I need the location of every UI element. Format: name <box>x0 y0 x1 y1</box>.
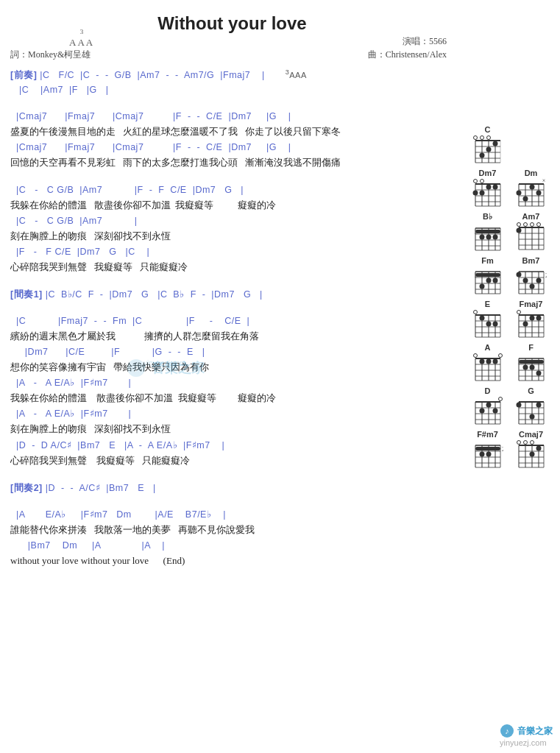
svg-rect-57 <box>475 230 500 233</box>
page: 3 AAA Without your love 演唱：5566 詞：Monkey… <box>0 0 560 753</box>
chord-svg-G <box>516 396 547 425</box>
chord-diagrams-panel: C <box>467 125 556 470</box>
chord-svg-Fm: 1 <box>472 266 503 295</box>
prelude-chord-line-1: [前奏] |C F/C |C - - G/B |Am7 - - Am7/G |F… <box>10 67 454 82</box>
svg-point-205 <box>486 452 491 457</box>
chord-diagram-Fm: Fm 1 <box>467 256 508 295</box>
svg-point-74 <box>530 223 534 227</box>
svg-point-177 <box>492 409 497 414</box>
v2-lyric4: 刻在胸膛上的吻痕 深刻卻找不到永恆 <box>10 421 454 437</box>
svg-point-217 <box>523 441 527 445</box>
svg-point-43 <box>529 185 534 190</box>
prelude-section: [前奏] |C F/C |C - - G/B |Am7 - - Am7/G |F… <box>10 67 454 97</box>
chord-svg-D <box>472 396 503 425</box>
svg-text:1: 1 <box>517 359 520 366</box>
svg-point-29 <box>492 185 497 190</box>
verse2: |C |Fmaj7 - - Fm |C |F - C/E | 繽紛的週末黑色才屬… <box>10 314 454 468</box>
chord-diagram-Fmaj7: Fmaj7 <box>511 300 551 339</box>
svg-point-220 <box>529 452 534 457</box>
chord-svg-Fmaj7 <box>516 309 547 339</box>
svg-point-161 <box>522 365 528 370</box>
chord-diagram-E: E <box>467 300 508 339</box>
chord-diagram-F: F 1 <box>511 343 551 382</box>
v1-lyric1: 盛夏的午後漫無目地的走 火紅的星球怎麼溫暖不了我 你走了以後只留下寒冬 <box>10 124 454 140</box>
svg-point-44 <box>536 191 541 196</box>
svg-text:1: 1 <box>474 272 477 279</box>
chord-svg-C <box>472 135 503 164</box>
verse1: |Cmaj7 |Fmaj7 |Cmaj7 |F - - C/E |Dm7 |G … <box>10 109 454 171</box>
v2-lyric5: 心碎陪我哭到無聲 我癡癡等 只能癡癡冷 <box>10 453 454 469</box>
svg-point-15 <box>479 153 484 158</box>
interlude1: [間奏1] |C B♭/C F - |Dm7 G |C B♭ F - |Dm7 … <box>10 287 454 302</box>
footer-music-icon: ♪ <box>500 724 514 738</box>
svg-point-58 <box>479 235 484 240</box>
svg-point-14 <box>486 147 491 152</box>
song-title: Without your love <box>157 13 306 33</box>
v1-chord2: |Cmaj7 |Fmaj7 |Cmaj7 |F - - C/E |Dm7 |G … <box>10 140 454 155</box>
svg-point-103 <box>516 272 521 277</box>
v2-chord3: |A - A E/A♭ |F♯m7 | <box>10 375 454 390</box>
svg-point-75 <box>536 223 540 227</box>
v2-chord1: |C |Fmaj7 - - Fm |C |F - C/E | <box>10 314 454 328</box>
svg-point-149 <box>492 359 497 364</box>
credits-line: 詞：Monkey&柯呈雄 曲：Christensen/Alex <box>10 49 454 61</box>
svg-point-134 <box>522 322 528 327</box>
pc-lyric3: 心碎陪我哭到無聲 我癡癡等 只能癡癡冷 <box>10 259 454 275</box>
svg-point-131 <box>517 311 520 314</box>
pc-lyric1: 我躲在你給的體溫 散盡後你卻不加溫 我癡癡等 癡癡的冷 <box>10 197 454 213</box>
bridge-chord1: |A E/A♭ |F♯m7 Dm |A/E B7/E♭ | <box>10 507 454 522</box>
svg-point-26 <box>473 180 477 183</box>
svg-point-216 <box>517 441 520 445</box>
svg-point-31 <box>479 191 484 196</box>
chord-svg-Am7 <box>516 222 547 251</box>
v1-lyric2: 回憶的天空再看不見彩虹 雨下的太多怎麼打進我心頭 漸漸淹沒我逃不開傷痛 <box>10 155 454 171</box>
chord-svg-Bm7: 2 <box>516 266 547 295</box>
chord-svg-Dm: × <box>516 178 547 208</box>
svg-text:2: 2 <box>502 446 503 453</box>
svg-point-88 <box>486 278 491 283</box>
v1-chord1: |Cmaj7 |Fmaj7 |Cmaj7 |F - - C/E |Dm7 |G … <box>10 109 454 124</box>
svg-point-189 <box>516 403 521 408</box>
svg-rect-87 <box>475 273 500 277</box>
chord-pair-D-G: D G <box>467 386 556 425</box>
svg-point-106 <box>529 284 534 289</box>
svg-point-146 <box>498 354 502 358</box>
svg-point-28 <box>486 185 491 190</box>
chord-svg-E <box>472 309 503 339</box>
svg-rect-160 <box>519 360 544 364</box>
svg-point-120 <box>492 322 497 327</box>
chord-diagram-Bb: B♭ 1 <box>467 212 508 252</box>
svg-text:2: 2 <box>545 272 547 279</box>
chord-diagram-D: D <box>467 386 508 425</box>
svg-point-10 <box>473 136 477 140</box>
bridge-chord2: |Bm7 Dm |A |A | <box>10 538 454 553</box>
svg-point-148 <box>486 359 491 364</box>
svg-point-176 <box>486 403 491 408</box>
footer: ♪ 音樂之家 yinyuezj.com <box>500 724 553 747</box>
chord-pair-Fm-Bm7: Fm 1 <box>467 256 556 295</box>
svg-point-191 <box>529 414 534 420</box>
svg-point-132 <box>529 316 534 321</box>
pc-chord2: |C - C G/B |Am7 | <box>10 213 454 228</box>
svg-text:1: 1 <box>474 229 477 236</box>
v2-lyric2: 想你的笑容像擁有宇宙 帶給我快樂只因為有你 <box>10 359 454 375</box>
chord-svg-Bb: 1 <box>472 222 503 252</box>
svg-point-46 <box>522 197 528 202</box>
svg-point-76 <box>516 228 521 233</box>
chord-diagram-Dm7: Dm7 <box>467 169 508 208</box>
svg-point-190 <box>536 403 541 408</box>
pc-lyric2: 刻在胸膛上的吻痕 深刻卻找不到永恆 <box>10 228 454 244</box>
svg-point-89 <box>492 278 497 283</box>
svg-point-163 <box>536 371 541 376</box>
chord-diagram-Bm7: Bm7 2 <box>511 256 551 295</box>
svg-point-30 <box>472 191 478 196</box>
chord-pair-A-F: A <box>467 343 556 382</box>
v2-chord4: |A - A E/A♭ |F♯m7 | <box>10 406 454 421</box>
svg-text:♪: ♪ <box>505 727 509 735</box>
main-content: 3 AAA Without your love 演唱：5566 詞：Monkey… <box>10 7 454 569</box>
svg-point-175 <box>498 397 502 401</box>
svg-point-45 <box>516 191 521 196</box>
chord-diagram-Cmaj7: Cmaj7 <box>511 430 551 469</box>
chord-svg-F: 1 <box>516 353 547 382</box>
header-aaa: 3 AAA <box>69 28 94 49</box>
